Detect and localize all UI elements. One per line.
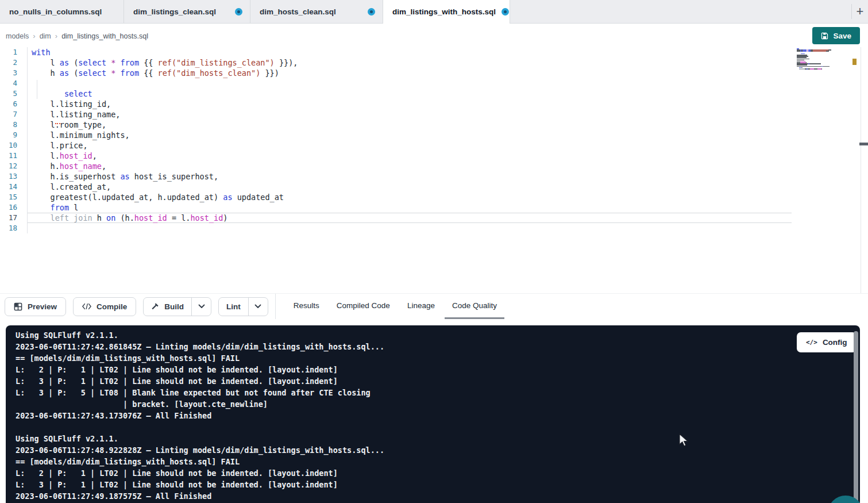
terminal-line: L: 3 | P: 1 | LT02 | Line should not be …	[16, 479, 860, 490]
ide-window: no_nulls_in_columns.sql dim_listings_cle…	[0, 0, 868, 503]
file-tab-dim-hosts-clean[interactable]: dim_hosts_clean.sql	[250, 0, 383, 23]
file-tab-label: no_nulls_in_columns.sql	[9, 7, 102, 16]
preview-button-label: Preview	[28, 302, 57, 311]
line-number: 11	[0, 151, 28, 161]
code-line[interactable]: 1with	[0, 47, 868, 57]
code-line[interactable]: 8 l.room_type,	[0, 120, 868, 130]
tab-label: Lineage	[407, 301, 435, 310]
action-buttons: Preview Compile Build	[0, 294, 268, 319]
tab-label: Results	[294, 301, 319, 310]
code-text: left join h on (h.host_id = l.host_id)	[28, 213, 792, 223]
unsaved-changes-dot-icon	[368, 8, 375, 16]
save-button-label: Save	[833, 32, 851, 40]
line-number: 5	[0, 89, 28, 99]
chevron-down-icon	[198, 304, 205, 309]
code-line[interactable]: 9 l.minimum_nights,	[0, 130, 868, 140]
compile-button[interactable]: Compile	[73, 297, 136, 316]
tab-label: Compiled Code	[337, 301, 390, 310]
toolbar-divider	[275, 294, 276, 319]
bottom-toolbar: Preview Compile Build	[0, 293, 868, 319]
overview-ruler-cursor-marker[interactable]	[859, 143, 868, 145]
terminal-line: L: 2 | P: 1 | LT02 | Line should not be …	[16, 364, 860, 375]
plus-icon: +	[857, 4, 864, 19]
code-text: l.host_id,	[28, 151, 97, 161]
line-number: 10	[0, 140, 28, 151]
tab-bar-spacer	[510, 0, 851, 23]
code-line[interactable]: 14 l.created_at,	[0, 182, 868, 192]
line-number: 14	[0, 182, 28, 192]
code-line[interactable]: 6 l.listing_id,	[0, 99, 868, 109]
terminal-line	[16, 421, 860, 433]
code-text: l.price,	[28, 140, 88, 151]
code-line[interactable]: 15 greatest(l.updated_at, h.updated_at) …	[0, 192, 868, 202]
code-line[interactable]: 16 from l	[0, 202, 868, 213]
tab-lineage[interactable]: Lineage	[400, 294, 442, 319]
tab-compiled-code[interactable]: Compiled Code	[329, 294, 398, 319]
file-tab-label: dim_listings_clean.sql	[133, 7, 216, 16]
terminal-line: | bracket. [layout.cte_newline]	[16, 398, 860, 410]
build-dropdown-button[interactable]	[191, 298, 211, 316]
minimap[interactable]	[797, 48, 856, 71]
code-line[interactable]: 12 h.host_name,	[0, 161, 868, 171]
code-line[interactable]: 18	[0, 223, 868, 233]
file-tab-bar: no_nulls_in_columns.sql dim_listings_cle…	[0, 0, 868, 24]
file-tab-no-nulls-in-columns[interactable]: no_nulls_in_columns.sql	[0, 0, 124, 23]
code-line[interactable]: 17 left join h on (h.host_id = l.host_id…	[0, 213, 868, 223]
tab-results[interactable]: Results	[286, 294, 327, 319]
lint-dropdown-button[interactable]	[248, 298, 268, 316]
lint-button[interactable]: Lint	[219, 298, 248, 316]
line-number: 15	[0, 192, 28, 202]
code-line[interactable]: 5 select	[0, 89, 868, 99]
file-tab-label: dim_listings_with_hosts.sql	[392, 7, 496, 16]
code-line[interactable]: 11 l.host_id,	[0, 151, 868, 161]
chevron-right-icon: ›	[33, 32, 35, 40]
floppy-disk-icon	[821, 32, 828, 40]
line-number: 1	[0, 47, 28, 57]
line-number: 3	[0, 68, 28, 78]
code-line[interactable]: 3 h as (select * from {{ ref("dim_hosts_…	[0, 68, 868, 78]
line-number: 7	[0, 109, 28, 120]
path-bar: models › dim › dim_listings_with_hosts.s…	[0, 24, 868, 48]
terminal-line: 2023-06-06T11:27:49.187575Z — All Finish…	[16, 490, 860, 502]
code-line[interactable]: 4	[0, 78, 868, 89]
code-line[interactable]: 7 l.listing_name,	[0, 109, 868, 120]
code-line[interactable]: 13 h.is_superhost as host_is_superhost,	[0, 171, 868, 182]
terminal-line: L: 2 | P: 1 | LT02 | Line should not be …	[16, 467, 860, 479]
panel-tabs: Results Compiled Code Lineage Code Quali…	[285, 294, 506, 319]
terminal-scrollbar[interactable]	[854, 331, 858, 503]
config-button[interactable]: </> Config	[797, 332, 857, 352]
code-line[interactable]: 10 l.price,	[0, 140, 868, 151]
code-text: h.host_name,	[28, 161, 106, 171]
compile-button-label: Compile	[97, 302, 127, 311]
file-tab-dim-listings-clean[interactable]: dim_listings_clean.sql	[124, 0, 250, 23]
chevron-right-icon: ›	[55, 32, 57, 40]
overview-ruler-border	[861, 47, 861, 293]
code-brackets-icon	[82, 303, 91, 310]
code-text: l.listing_id,	[28, 99, 111, 109]
code-text: h as (select * from {{ ref("dim_hosts_cl…	[28, 68, 279, 78]
save-button[interactable]: Save	[812, 27, 860, 44]
terminal-line: 2023-06-06T11:27:43.173076Z — All Finish…	[16, 410, 860, 421]
lint-squiggle	[55, 122, 60, 124]
tab-code-quality[interactable]: Code Quality	[445, 294, 504, 319]
breadcrumb-item-file: dim_listings_with_hosts.sql	[61, 32, 148, 40]
breadcrumb-item-dim[interactable]: dim	[40, 32, 51, 40]
code-text: h.is_superhost as host_is_superhost,	[28, 171, 218, 182]
terminal-line: L: 3 | P: 1 | LT02 | Line should not be …	[16, 375, 860, 387]
build-button[interactable]: Build	[144, 298, 191, 316]
table-grid-icon	[14, 302, 22, 311]
code-text: l.room_type,	[28, 120, 106, 130]
code-text	[28, 78, 32, 89]
new-tab-button[interactable]: +	[852, 0, 868, 23]
lint-button-group: Lint	[218, 297, 268, 316]
code-text: greatest(l.updated_at, h.updated_at) as …	[28, 192, 284, 202]
code-editor[interactable]: 1with2 l as (select * from {{ ref("dim_l…	[0, 47, 868, 293]
terminal-panel[interactable]: Using SQLFluff v2.1.1.2023-06-06T11:27:4…	[6, 325, 860, 503]
code-line[interactable]: 2 l as (select * from {{ ref("dim_listin…	[0, 57, 868, 68]
indent-guide	[37, 80, 37, 99]
build-button-group: Build	[143, 297, 211, 316]
minimap-line	[797, 70, 856, 71]
preview-button[interactable]: Preview	[5, 297, 66, 316]
breadcrumb-item-models[interactable]: models	[6, 32, 29, 40]
file-tab-dim-listings-with-hosts[interactable]: dim_listings_with_hosts.sql	[383, 0, 510, 24]
